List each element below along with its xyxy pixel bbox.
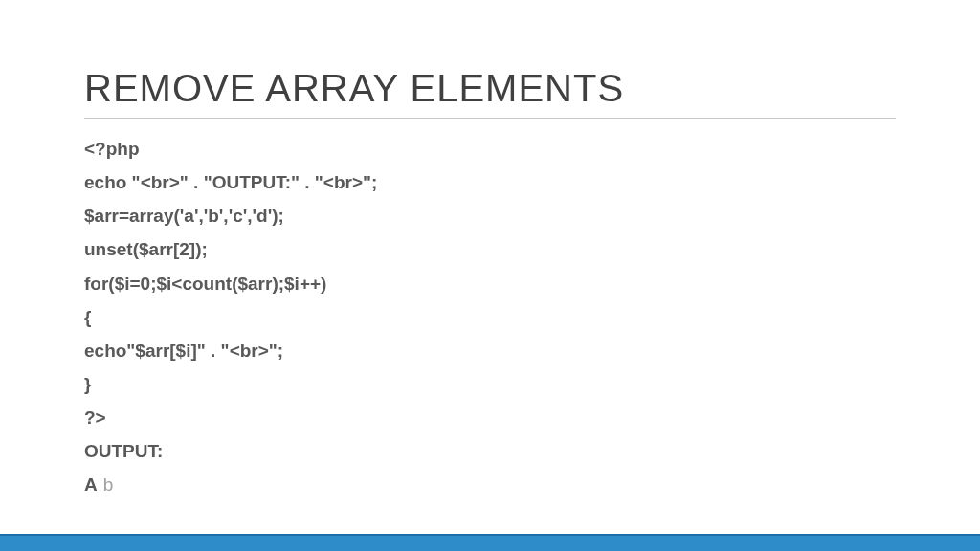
code-line: for($i=0;$i<count($arr);$i++) — [84, 267, 896, 300]
slide-footer-bar — [0, 534, 980, 551]
code-line: <?php — [84, 132, 896, 165]
code-line: echo"$arr[$i]" . "<br>"; — [84, 334, 896, 367]
output-b: b — [103, 474, 114, 495]
slide-title: REMOVE ARRAY ELEMENTS — [84, 67, 896, 119]
code-line: unset($arr[2]); — [84, 232, 896, 266]
output-a: A — [84, 474, 98, 495]
code-line: ?> — [84, 401, 896, 434]
output-label: OUTPUT: — [84, 434, 896, 468]
slide-content: <?php echo "<br>" . "OUTPUT:" . "<br>"; … — [84, 132, 896, 502]
code-line: } — [84, 367, 896, 401]
slide-container: REMOVE ARRAY ELEMENTS <?php echo "<br>" … — [0, 0, 980, 502]
output-values: Ab — [84, 468, 896, 501]
code-line: $arr=array('a','b','c','d'); — [84, 199, 896, 232]
code-line: { — [84, 300, 896, 334]
code-line: echo "<br>" . "OUTPUT:" . "<br>"; — [84, 165, 896, 199]
